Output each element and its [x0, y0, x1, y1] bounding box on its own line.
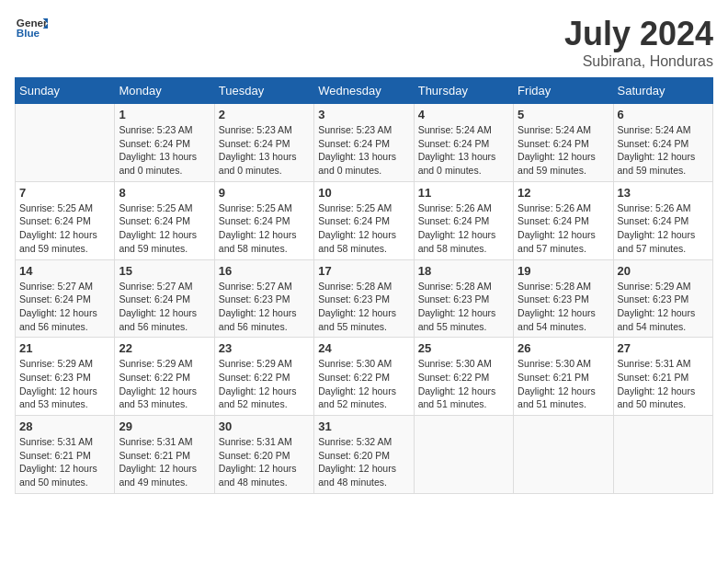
col-header-friday: Friday	[514, 78, 613, 104]
logo-icon: General Blue	[15, 15, 48, 40]
day-info: Sunrise: 5:27 AM Sunset: 6:24 PM Dayligh…	[119, 280, 210, 334]
day-number: 17	[318, 264, 409, 278]
calendar-cell: 16Sunrise: 5:27 AM Sunset: 6:23 PM Dayli…	[214, 259, 313, 338]
day-info: Sunrise: 5:29 AM Sunset: 6:23 PM Dayligh…	[618, 280, 709, 334]
day-info: Sunrise: 5:32 AM Sunset: 6:20 PM Dayligh…	[318, 435, 409, 489]
col-header-tuesday: Tuesday	[214, 78, 313, 104]
col-header-wednesday: Wednesday	[314, 78, 414, 104]
calendar-cell: 24Sunrise: 5:30 AM Sunset: 6:22 PM Dayli…	[314, 338, 414, 416]
calendar-cell: 4Sunrise: 5:24 AM Sunset: 6:24 PM Daylig…	[414, 104, 513, 182]
logo: General Blue	[15, 15, 48, 40]
col-header-monday: Monday	[115, 78, 214, 104]
calendar-cell	[514, 416, 613, 494]
calendar-cell: 10Sunrise: 5:25 AM Sunset: 6:24 PM Dayli…	[314, 181, 414, 259]
month-year: July 2024	[564, 15, 713, 53]
day-info: Sunrise: 5:30 AM Sunset: 6:21 PM Dayligh…	[518, 357, 609, 411]
day-number: 23	[219, 341, 310, 355]
day-number: 22	[119, 341, 210, 355]
day-number: 21	[19, 341, 110, 355]
calendar-cell: 12Sunrise: 5:26 AM Sunset: 6:24 PM Dayli…	[514, 181, 613, 259]
day-number: 11	[418, 186, 509, 200]
day-number: 4	[418, 108, 509, 121]
day-number: 14	[19, 264, 110, 278]
day-number: 28	[19, 419, 110, 433]
day-number: 20	[618, 264, 709, 278]
day-info: Sunrise: 5:24 AM Sunset: 6:24 PM Dayligh…	[418, 123, 509, 178]
day-number: 19	[518, 264, 609, 278]
day-number: 12	[518, 186, 609, 200]
calendar-cell: 1Sunrise: 5:23 AM Sunset: 6:24 PM Daylig…	[115, 104, 214, 182]
day-info: Sunrise: 5:28 AM Sunset: 6:23 PM Dayligh…	[318, 280, 409, 334]
calendar-cell: 17Sunrise: 5:28 AM Sunset: 6:23 PM Dayli…	[314, 259, 414, 338]
day-info: Sunrise: 5:26 AM Sunset: 6:24 PM Dayligh…	[518, 201, 609, 256]
calendar-cell: 22Sunrise: 5:29 AM Sunset: 6:22 PM Dayli…	[115, 338, 214, 416]
col-header-saturday: Saturday	[613, 78, 712, 104]
calendar-cell: 13Sunrise: 5:26 AM Sunset: 6:24 PM Dayli…	[613, 181, 712, 259]
calendar-week-row: 7Sunrise: 5:25 AM Sunset: 6:24 PM Daylig…	[16, 181, 713, 259]
day-info: Sunrise: 5:25 AM Sunset: 6:24 PM Dayligh…	[119, 201, 210, 256]
day-number: 6	[618, 108, 709, 121]
day-number: 15	[119, 264, 210, 278]
calendar-cell: 18Sunrise: 5:28 AM Sunset: 6:23 PM Dayli…	[414, 259, 513, 338]
calendar-cell: 31Sunrise: 5:32 AM Sunset: 6:20 PM Dayli…	[314, 416, 414, 494]
calendar-cell: 6Sunrise: 5:24 AM Sunset: 6:24 PM Daylig…	[613, 104, 712, 182]
day-info: Sunrise: 5:26 AM Sunset: 6:24 PM Dayligh…	[418, 201, 509, 256]
day-info: Sunrise: 5:24 AM Sunset: 6:24 PM Dayligh…	[618, 123, 709, 178]
col-header-sunday: Sunday	[16, 78, 115, 104]
title-area: July 2024 Subirana, Honduras	[564, 15, 713, 70]
day-number: 5	[518, 108, 609, 121]
page-header: General Blue July 2024 Subirana, Hondura…	[15, 15, 713, 70]
day-info: Sunrise: 5:26 AM Sunset: 6:24 PM Dayligh…	[618, 201, 709, 256]
day-number: 13	[618, 186, 709, 200]
calendar-cell: 20Sunrise: 5:29 AM Sunset: 6:23 PM Dayli…	[613, 259, 712, 338]
calendar-cell: 3Sunrise: 5:23 AM Sunset: 6:24 PM Daylig…	[314, 104, 414, 182]
day-number: 26	[518, 341, 609, 355]
day-number: 30	[219, 419, 310, 433]
day-number: 29	[119, 419, 210, 433]
day-number: 3	[318, 108, 409, 121]
calendar-cell	[613, 416, 712, 494]
day-number: 18	[418, 264, 509, 278]
calendar-cell: 19Sunrise: 5:28 AM Sunset: 6:23 PM Dayli…	[514, 259, 613, 338]
day-info: Sunrise: 5:27 AM Sunset: 6:24 PM Dayligh…	[19, 280, 110, 334]
day-number: 1	[119, 108, 210, 121]
day-info: Sunrise: 5:25 AM Sunset: 6:24 PM Dayligh…	[318, 201, 409, 256]
day-info: Sunrise: 5:28 AM Sunset: 6:23 PM Dayligh…	[518, 280, 609, 334]
calendar-cell: 8Sunrise: 5:25 AM Sunset: 6:24 PM Daylig…	[115, 181, 214, 259]
day-number: 24	[318, 341, 409, 355]
calendar-cell: 29Sunrise: 5:31 AM Sunset: 6:21 PM Dayli…	[115, 416, 214, 494]
calendar-cell: 21Sunrise: 5:29 AM Sunset: 6:23 PM Dayli…	[16, 338, 115, 416]
day-info: Sunrise: 5:23 AM Sunset: 6:24 PM Dayligh…	[119, 123, 210, 178]
calendar-cell: 25Sunrise: 5:30 AM Sunset: 6:22 PM Dayli…	[414, 338, 513, 416]
day-info: Sunrise: 5:30 AM Sunset: 6:22 PM Dayligh…	[318, 357, 409, 411]
col-header-thursday: Thursday	[414, 78, 513, 104]
day-info: Sunrise: 5:31 AM Sunset: 6:20 PM Dayligh…	[219, 435, 310, 489]
calendar-cell: 30Sunrise: 5:31 AM Sunset: 6:20 PM Dayli…	[214, 416, 313, 494]
day-number: 25	[418, 341, 509, 355]
calendar-cell: 2Sunrise: 5:23 AM Sunset: 6:24 PM Daylig…	[214, 104, 313, 182]
day-info: Sunrise: 5:29 AM Sunset: 6:22 PM Dayligh…	[219, 357, 310, 411]
calendar-table: SundayMondayTuesdayWednesdayThursdayFrid…	[15, 77, 713, 494]
calendar-cell: 9Sunrise: 5:25 AM Sunset: 6:24 PM Daylig…	[214, 181, 313, 259]
day-number: 2	[219, 108, 310, 121]
day-number: 9	[219, 186, 310, 200]
calendar-cell: 26Sunrise: 5:30 AM Sunset: 6:21 PM Dayli…	[514, 338, 613, 416]
day-info: Sunrise: 5:27 AM Sunset: 6:23 PM Dayligh…	[219, 280, 310, 334]
day-info: Sunrise: 5:29 AM Sunset: 6:23 PM Dayligh…	[19, 357, 110, 411]
calendar-week-row: 14Sunrise: 5:27 AM Sunset: 6:24 PM Dayli…	[16, 259, 713, 338]
day-info: Sunrise: 5:24 AM Sunset: 6:24 PM Dayligh…	[518, 123, 609, 178]
calendar-cell: 27Sunrise: 5:31 AM Sunset: 6:21 PM Dayli…	[613, 338, 712, 416]
day-info: Sunrise: 5:31 AM Sunset: 6:21 PM Dayligh…	[119, 435, 210, 489]
calendar-cell: 11Sunrise: 5:26 AM Sunset: 6:24 PM Dayli…	[414, 181, 513, 259]
day-number: 8	[119, 186, 210, 200]
calendar-cell: 5Sunrise: 5:24 AM Sunset: 6:24 PM Daylig…	[514, 104, 613, 182]
calendar-cell: 14Sunrise: 5:27 AM Sunset: 6:24 PM Dayli…	[16, 259, 115, 338]
day-info: Sunrise: 5:23 AM Sunset: 6:24 PM Dayligh…	[219, 123, 310, 178]
day-info: Sunrise: 5:31 AM Sunset: 6:21 PM Dayligh…	[618, 357, 709, 411]
day-info: Sunrise: 5:23 AM Sunset: 6:24 PM Dayligh…	[318, 123, 409, 178]
day-number: 31	[318, 419, 409, 433]
day-number: 7	[19, 186, 110, 200]
calendar-week-row: 28Sunrise: 5:31 AM Sunset: 6:21 PM Dayli…	[16, 416, 713, 494]
calendar-week-row: 21Sunrise: 5:29 AM Sunset: 6:23 PM Dayli…	[16, 338, 713, 416]
calendar-cell: 7Sunrise: 5:25 AM Sunset: 6:24 PM Daylig…	[16, 181, 115, 259]
